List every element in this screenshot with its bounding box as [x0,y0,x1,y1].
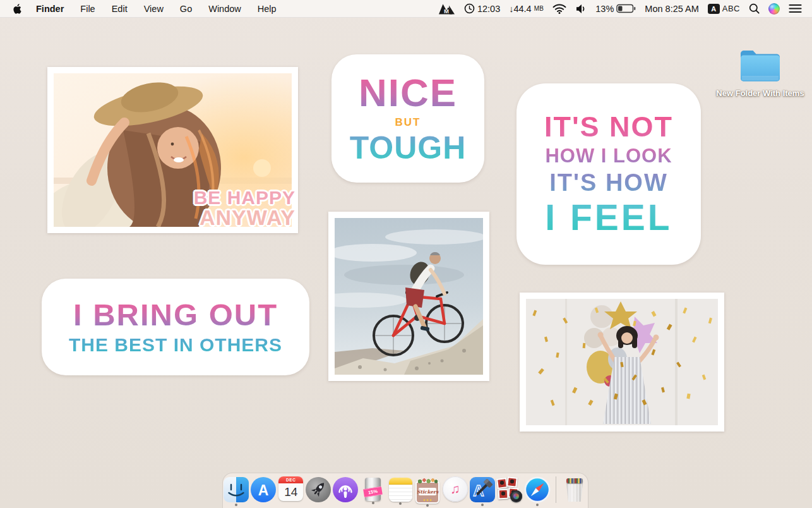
bring-line2: THE BEST IN OTHERS [69,336,282,354]
stickers-app-label: Stickers [419,488,436,495]
menu-go[interactable]: Go [180,4,192,14]
dock-xcode-icon[interactable]: A [469,476,496,506]
menu-app-name[interactable]: Finder [36,4,64,14]
bandwidth-value: ↓44.4 [509,4,531,14]
nice-line: NICE [359,73,457,112]
dock-divider [556,476,556,503]
menu-window[interactable]: Window [208,4,241,14]
music-note-glyph: ♫ [450,481,460,497]
be-happy-line2: ANYWAY [194,207,296,228]
mountain-app-icon[interactable]: M [438,3,455,15]
volume-icon[interactable] [575,4,587,14]
calendar-day: 14 [278,483,303,501]
spotlight-search-icon[interactable] [749,3,760,14]
feel-line4: I FEEL [545,200,672,236]
dock-stickers-icon[interactable]: Stickers [414,476,441,507]
input-source-badge: A [708,4,720,14]
but-line: BUT [395,117,421,128]
photo-woman-hat: BE HAPPY ANYWAY [47,67,298,233]
app-store-letter: A [258,482,269,499]
dock-app-store-icon[interactable]: A [250,476,277,506]
dock-launchpad-icon[interactable] [305,476,331,506]
be-happy-line1: BE HAPPY [194,188,296,207]
feel-line3: IT'S HOW [549,171,668,195]
siri-icon[interactable] [768,3,780,15]
dock-music-icon[interactable]: ♫ [441,476,468,505]
dock-safari-icon[interactable] [523,476,550,506]
bring-line1: I BRING OUT [73,299,278,330]
clock-icon [464,3,475,14]
battery-percent: 13% [595,4,614,14]
input-source-label: ABC [722,4,740,13]
dock-podcasts-icon[interactable] [332,476,359,506]
dock-notes-icon[interactable] [387,476,414,505]
sticker-be-happy: BE HAPPY ANYWAY [194,188,296,228]
calendar-month: DEC [278,476,303,483]
battery-app-label: 15% [363,487,383,497]
folder-label: New Folder With Items [716,88,804,100]
notification-list-icon[interactable] [789,4,802,13]
dock-calendar-icon[interactable]: DEC 14 [278,476,304,504]
folder-icon [736,46,784,85]
dock-photo-booth-icon[interactable] [496,476,523,506]
tough-line: TOUGH [350,132,467,164]
menu-file[interactable]: File [80,4,95,14]
dock-finder-icon[interactable] [223,476,249,506]
battery-menu-item[interactable]: 13% [595,4,636,14]
bandwidth-unit: MB [534,5,544,12]
sticker-its-how-i-feel: IT'S NOT HOW I LOOK IT'S HOW I FEEL [516,83,701,265]
photo-mountain-biker [328,212,489,381]
wifi-icon[interactable] [552,4,566,14]
sticker-nice-but-tough: NICE BUT TOUGH [331,54,484,183]
mountain-letter: M [444,8,449,15]
desktop-screen: Finder File Edit View Go Window Help M 1… [0,0,812,508]
bandwidth-menu-item[interactable]: ↓44.4MB [509,4,544,14]
desktop-background[interactable]: BE HAPPY ANYWAY NICE BUT TOUGH IT'S NOT … [0,17,812,508]
desktop-folder[interactable]: New Folder With Items [713,46,808,100]
feel-line2: HOW I LOOK [545,146,672,166]
dock: A DEC 14 [222,473,588,508]
menu-view[interactable]: View [144,4,164,14]
input-source-menu[interactable]: A ABC [708,4,740,14]
dock-trash-icon[interactable] [561,476,588,505]
sticker-bring-out-best: I BRING OUT THE BEST IN OTHERS [42,279,309,375]
menubar-datetime[interactable]: Mon 8:25 AM [645,4,698,14]
clock-time: 12:03 [477,4,500,14]
menu-bar-left: Finder File Edit View Go Window Help [0,3,277,15]
photo-confetti-girl [520,293,724,432]
battery-icon [616,4,636,13]
menu-bar-status: M 12:03 ↓44.4MB 13% Mon 8:25 AM A [438,3,812,15]
clock-menu-item[interactable]: 12:03 [464,3,500,14]
menu-help[interactable]: Help [258,4,277,14]
dock-battery-app-icon[interactable]: 15% [360,476,386,504]
feel-line1: IT'S NOT [544,112,673,141]
menu-edit[interactable]: Edit [112,4,128,14]
menu-bar: Finder File Edit View Go Window Help M 1… [0,0,812,18]
apple-menu-icon[interactable] [13,3,22,15]
